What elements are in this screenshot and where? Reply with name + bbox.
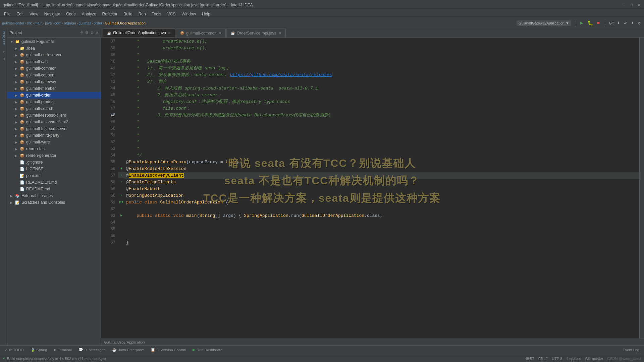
tree-scratches[interactable]: ▶ 📝 Scratches and Consoles	[7, 199, 101, 206]
minimize-button[interactable]: –	[622, 3, 627, 7]
tree-member[interactable]: ▶ 📦 gulimall-member	[7, 85, 101, 92]
code-line-41: * 1）、每一个微服务必须创建 undo_log；	[125, 65, 639, 72]
tree-gateway[interactable]: ▶ 📦 gulimall-gateway	[7, 78, 101, 85]
menu-file[interactable]: File	[1, 11, 13, 17]
breadcrumb-item[interactable]: gulimall-order	[2, 21, 24, 25]
breadcrumb-item[interactable]: src	[27, 21, 32, 25]
breadcrumb-item[interactable]: main	[35, 21, 43, 25]
tree-sso-client[interactable]: ▶ 📦 gulimall-test-sso-client	[7, 112, 101, 119]
tab-icon: 📦	[180, 31, 184, 35]
tree-sso-client2[interactable]: ▶ 📦 gulimall-test-sso-client2	[7, 119, 101, 125]
bottom-tab-run-dashboard[interactable]: ▶ Run Dashboard	[189, 346, 226, 354]
menu-edit[interactable]: Edit	[14, 11, 26, 17]
menu-tools[interactable]: Tools	[149, 11, 164, 17]
tab-order-service-impl[interactable]: ☕ OrderServiceImpl.java ✕	[226, 28, 286, 37]
bottom-tab-messages[interactable]: 💬 0: Messages	[75, 346, 109, 354]
tree-arrow: ▶	[15, 154, 19, 158]
tab-label: gulimall-common	[186, 31, 217, 36]
tree-ware[interactable]: ▶ 📦 gulimall-ware	[7, 139, 101, 145]
toolbar-run-btn[interactable]: ▶	[579, 19, 584, 26]
close-button[interactable]: ✕	[637, 3, 641, 7]
breadcrumb-item[interactable]: atguigu	[64, 21, 76, 25]
breadcrumb-item[interactable]: com	[54, 21, 61, 25]
tab-gulimall-order-app[interactable]: ☕ GulimallOrderApplication.java ✕	[103, 28, 175, 37]
tree-license[interactable]: ▶ 📄 LICENSE	[7, 166, 101, 172]
right-scroll-panel[interactable]	[639, 38, 644, 339]
menu-run[interactable]: Run	[136, 11, 149, 17]
project-icon[interactable]: Project	[1, 29, 6, 46]
tree-root-gulimall[interactable]: ▼ 📁 gulimall F:\gulimall	[7, 38, 101, 45]
sidebar-settings-btn[interactable]: ⚙	[90, 29, 94, 36]
tree-idea[interactable]: ▶ 📁 .idea	[7, 45, 101, 52]
breadcrumb-item[interactable]: java	[45, 21, 52, 25]
code-content[interactable]: * orderService.b(); * orderService.c(); …	[125, 38, 639, 339]
code-line-60: @SpringBootApplication	[125, 192, 639, 199]
terminal-icon: ▶	[54, 348, 56, 352]
bottom-tab-spring[interactable]: 🍃 Spring	[27, 346, 51, 354]
structure-icon[interactable]: ≡	[1, 57, 6, 61]
line-ending[interactable]: CRLF	[538, 357, 548, 361]
tree-sso-server[interactable]: ▶ 📦 gulimall-test-sso-server	[7, 125, 101, 132]
breadcrumb-item[interactable]: GulimallOrderApplication	[105, 21, 146, 25]
tree-third-party[interactable]: ▶ 📦 gulimall-third-party	[7, 132, 101, 139]
git-update-btn[interactable]: ⬇	[616, 19, 621, 26]
maximize-button[interactable]: □	[629, 3, 634, 7]
bottom-tab-java-enterprise[interactable]: ☕ Java Enterprise	[109, 346, 147, 354]
tree-external-libs[interactable]: ▶ 📚 External Libraries	[7, 192, 101, 199]
indent-setting[interactable]: 4 spaces	[567, 357, 581, 361]
git-push-btn[interactable]: ⬆	[630, 19, 635, 26]
breadcrumb-item[interactable]: order	[94, 21, 102, 25]
favorites-icon[interactable]: ★	[1, 48, 6, 55]
code-line-46: * registry.conf：注册中心配置；修改registry type=n…	[125, 99, 639, 105]
spring-label: Spring	[37, 348, 47, 352]
tree-readme-en[interactable]: ▶ 📄 README.EN.md	[7, 179, 101, 186]
menu-vcs[interactable]: VCS	[165, 11, 178, 17]
tree-label: renren-generator	[26, 153, 56, 158]
tree-gitignore[interactable]: ▶ 📄 .gitignore	[7, 159, 101, 166]
bottom-tab-terminal[interactable]: ▶ Terminal	[50, 346, 75, 354]
tree-cart[interactable]: ▶ 📦 gulimall-cart	[7, 58, 101, 65]
code-line-50: *	[125, 125, 639, 132]
tree-pom[interactable]: ▶ 📝 pom.xml	[7, 172, 101, 179]
vcs-icon: 📋	[151, 348, 155, 352]
run-config-selector[interactable]: GulimallGatewayApplication ▼	[517, 20, 571, 26]
tree-readme[interactable]: ▶ 📄 README.md	[7, 186, 101, 192]
sidebar-sync-btn[interactable]: ⊙	[80, 29, 84, 36]
git-commit-btn[interactable]: ✔	[623, 19, 628, 26]
tab-gulimall-common[interactable]: 📦 gulimall-common ✕	[176, 28, 226, 37]
tree-search[interactable]: ▶ 📦 gulimall-search	[7, 105, 101, 112]
code-line-59: @EnableRabbit	[125, 186, 639, 192]
menu-code[interactable]: Code	[63, 11, 78, 17]
menu-refactor[interactable]: Refactor	[100, 11, 120, 17]
code-line-49: *	[125, 119, 639, 125]
tree-common[interactable]: ▶ 📦 gulimall-common	[7, 65, 101, 72]
bottom-tab-event-log[interactable]: Event Log	[619, 346, 643, 354]
menu-analyze[interactable]: Analyze	[79, 11, 99, 17]
tab-close[interactable]: ✕	[219, 31, 221, 35]
breadcrumb-item[interactable]: gulimall	[78, 21, 91, 25]
tree-order[interactable]: ▶ 📦 gulimall-order	[7, 92, 101, 99]
sidebar-collapse-btn[interactable]: ⊟	[85, 29, 89, 36]
tree-auth-server[interactable]: ▶ 📦 gulimall-auth-server	[7, 52, 101, 58]
menu-view[interactable]: View	[27, 11, 41, 17]
menu-build[interactable]: Build	[121, 11, 135, 17]
toolbar-debug-btn[interactable]: 🐛	[586, 19, 594, 26]
tree-coupon[interactable]: ▶ 📦 gulimall-coupon	[7, 72, 101, 78]
tab-close[interactable]: ✕	[279, 31, 281, 35]
toolbar-stop-btn[interactable]: ■	[596, 20, 601, 26]
menu-window[interactable]: Window	[179, 11, 199, 17]
tree-renren-fast[interactable]: ▶ 📦 renren-fast	[7, 145, 101, 152]
bottom-tab-vcs[interactable]: 📋 9: Version Control	[147, 346, 189, 354]
sidebar-close-btn[interactable]: ✕	[95, 29, 99, 36]
code-line-62	[125, 206, 639, 213]
encoding[interactable]: UTF-8	[552, 357, 562, 361]
tree-renren-generator[interactable]: ▶ 📦 renren-generator	[7, 152, 101, 159]
folder-icon: 📝	[15, 200, 20, 205]
tab-close[interactable]: ✕	[168, 31, 171, 35]
menu-navigate[interactable]: Navigate	[42, 11, 63, 17]
bottom-tab-todo[interactable]: ✓ 6: TODO	[1, 346, 27, 354]
menu-help[interactable]: Help	[199, 11, 213, 17]
tree-product[interactable]: ▶ 📦 gulimall-product	[7, 99, 101, 105]
git-revert-btn[interactable]: ↺	[637, 19, 642, 26]
git-branch[interactable]: Git: master	[585, 357, 603, 361]
